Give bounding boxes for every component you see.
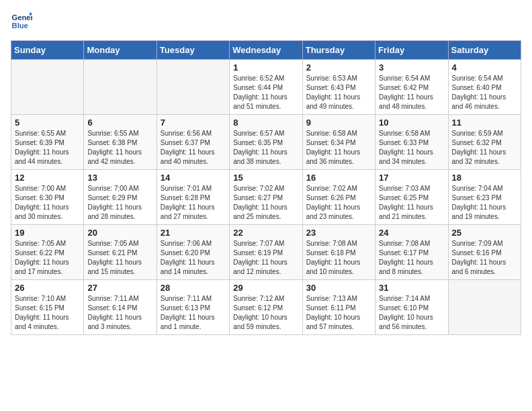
day-info: Sunrise: 7:07 AM Sunset: 6:19 PM Dayligh… (233, 239, 298, 277)
day-info: Sunrise: 6:55 AM Sunset: 6:38 PM Dayligh… (87, 129, 152, 167)
calendar-cell: 11 Sunrise: 6:59 AM Sunset: 6:32 PM Dayl… (448, 115, 521, 170)
calendar-cell: 19 Sunrise: 7:05 AM Sunset: 6:22 PM Dayl… (11, 225, 84, 280)
day-info: Sunrise: 6:56 AM Sunset: 6:37 PM Dayligh… (161, 129, 226, 167)
calendar-cell: 18 Sunrise: 7:04 AM Sunset: 6:23 PM Dayl… (448, 170, 521, 225)
day-info: Sunrise: 7:11 AM Sunset: 6:13 PM Dayligh… (161, 294, 226, 332)
col-header-tuesday: Tuesday (157, 41, 229, 60)
logo-icon: General Blue (11, 11, 32, 32)
day-number: 4 (452, 62, 517, 73)
week-row-5: 26 Sunrise: 7:10 AM Sunset: 6:15 PM Dayl… (11, 280, 521, 335)
calendar-cell (157, 60, 229, 115)
day-number: 22 (233, 228, 298, 238)
day-info: Sunrise: 7:02 AM Sunset: 6:27 PM Dayligh… (233, 184, 298, 222)
day-number: 13 (87, 173, 152, 183)
day-info: Sunrise: 7:06 AM Sunset: 6:20 PM Dayligh… (161, 239, 226, 277)
calendar-cell: 23 Sunrise: 7:08 AM Sunset: 6:18 PM Dayl… (302, 225, 375, 280)
day-number: 16 (306, 173, 371, 183)
day-info: Sunrise: 7:12 AM Sunset: 6:12 PM Dayligh… (233, 294, 298, 332)
day-info: Sunrise: 7:11 AM Sunset: 6:14 PM Dayligh… (87, 294, 152, 332)
calendar-cell: 6 Sunrise: 6:55 AM Sunset: 6:38 PM Dayli… (84, 115, 157, 170)
week-row-2: 5 Sunrise: 6:55 AM Sunset: 6:39 PM Dayli… (11, 115, 521, 170)
calendar-cell: 29 Sunrise: 7:12 AM Sunset: 6:12 PM Dayl… (230, 280, 302, 335)
calendar-table: SundayMondayTuesdayWednesdayThursdayFrid… (11, 40, 521, 335)
day-number: 5 (15, 118, 80, 128)
calendar-cell: 31 Sunrise: 7:14 AM Sunset: 6:10 PM Dayl… (375, 280, 448, 335)
day-number: 26 (15, 283, 80, 293)
calendar-cell: 30 Sunrise: 7:13 AM Sunset: 6:11 PM Dayl… (302, 280, 375, 335)
day-info: Sunrise: 7:13 AM Sunset: 6:11 PM Dayligh… (306, 294, 371, 332)
day-info: Sunrise: 7:02 AM Sunset: 6:26 PM Dayligh… (306, 184, 371, 222)
day-number: 29 (233, 283, 298, 293)
day-number: 30 (306, 283, 371, 293)
day-info: Sunrise: 7:08 AM Sunset: 6:18 PM Dayligh… (306, 239, 371, 277)
day-info: Sunrise: 7:00 AM Sunset: 6:30 PM Dayligh… (15, 184, 80, 222)
day-info: Sunrise: 7:01 AM Sunset: 6:28 PM Dayligh… (161, 184, 226, 222)
day-number: 19 (15, 228, 80, 238)
week-row-1: 1 Sunrise: 6:52 AM Sunset: 6:44 PM Dayli… (11, 60, 521, 115)
page-header: General Blue (11, 11, 521, 32)
calendar-cell: 14 Sunrise: 7:01 AM Sunset: 6:28 PM Dayl… (157, 170, 229, 225)
day-info: Sunrise: 6:54 AM Sunset: 6:42 PM Dayligh… (379, 74, 444, 111)
calendar-cell: 20 Sunrise: 7:05 AM Sunset: 6:21 PM Dayl… (84, 225, 157, 280)
calendar-cell: 24 Sunrise: 7:08 AM Sunset: 6:17 PM Dayl… (375, 225, 448, 280)
calendar-cell: 13 Sunrise: 7:00 AM Sunset: 6:29 PM Dayl… (84, 170, 157, 225)
calendar-cell: 15 Sunrise: 7:02 AM Sunset: 6:27 PM Dayl… (230, 170, 302, 225)
day-info: Sunrise: 6:53 AM Sunset: 6:43 PM Dayligh… (306, 74, 371, 111)
day-number: 14 (161, 173, 226, 183)
col-header-friday: Friday (375, 41, 448, 60)
calendar-cell: 22 Sunrise: 7:07 AM Sunset: 6:19 PM Dayl… (230, 225, 302, 280)
col-header-thursday: Thursday (302, 41, 375, 60)
day-info: Sunrise: 7:10 AM Sunset: 6:15 PM Dayligh… (15, 294, 80, 332)
day-number: 10 (379, 118, 444, 128)
svg-text:Blue: Blue (12, 21, 28, 30)
calendar-cell: 27 Sunrise: 7:11 AM Sunset: 6:14 PM Dayl… (84, 280, 157, 335)
col-header-sunday: Sunday (11, 41, 84, 60)
calendar-cell: 5 Sunrise: 6:55 AM Sunset: 6:39 PM Dayli… (11, 115, 84, 170)
col-header-saturday: Saturday (448, 41, 521, 60)
day-info: Sunrise: 6:58 AM Sunset: 6:33 PM Dayligh… (379, 129, 444, 167)
day-number: 2 (306, 62, 371, 73)
calendar-cell: 16 Sunrise: 7:02 AM Sunset: 6:26 PM Dayl… (302, 170, 375, 225)
calendar-cell: 4 Sunrise: 6:54 AM Sunset: 6:40 PM Dayli… (448, 60, 521, 115)
day-info: Sunrise: 6:57 AM Sunset: 6:35 PM Dayligh… (233, 129, 298, 167)
day-info: Sunrise: 7:05 AM Sunset: 6:22 PM Dayligh… (15, 239, 80, 277)
day-number: 9 (306, 118, 371, 128)
calendar-cell: 7 Sunrise: 6:56 AM Sunset: 6:37 PM Dayli… (157, 115, 229, 170)
day-number: 17 (379, 173, 444, 183)
logo: General Blue (11, 11, 32, 32)
day-info: Sunrise: 7:04 AM Sunset: 6:23 PM Dayligh… (452, 184, 517, 222)
calendar-cell: 12 Sunrise: 7:00 AM Sunset: 6:30 PM Dayl… (11, 170, 84, 225)
day-info: Sunrise: 6:55 AM Sunset: 6:39 PM Dayligh… (15, 129, 80, 167)
day-number: 3 (379, 62, 444, 73)
day-info: Sunrise: 6:59 AM Sunset: 6:32 PM Dayligh… (452, 129, 517, 167)
calendar-cell: 1 Sunrise: 6:52 AM Sunset: 6:44 PM Dayli… (230, 60, 302, 115)
calendar-cell: 8 Sunrise: 6:57 AM Sunset: 6:35 PM Dayli… (230, 115, 302, 170)
calendar-cell: 26 Sunrise: 7:10 AM Sunset: 6:15 PM Dayl… (11, 280, 84, 335)
calendar-cell: 10 Sunrise: 6:58 AM Sunset: 6:33 PM Dayl… (375, 115, 448, 170)
day-number: 11 (452, 118, 517, 128)
day-number: 23 (306, 228, 371, 238)
day-number: 25 (452, 228, 517, 238)
calendar-cell: 28 Sunrise: 7:11 AM Sunset: 6:13 PM Dayl… (157, 280, 229, 335)
calendar-cell: 9 Sunrise: 6:58 AM Sunset: 6:34 PM Dayli… (302, 115, 375, 170)
day-number: 24 (379, 228, 444, 238)
calendar-cell: 17 Sunrise: 7:03 AM Sunset: 6:25 PM Dayl… (375, 170, 448, 225)
day-info: Sunrise: 7:09 AM Sunset: 6:16 PM Dayligh… (452, 239, 517, 277)
week-row-3: 12 Sunrise: 7:00 AM Sunset: 6:30 PM Dayl… (11, 170, 521, 225)
day-info: Sunrise: 7:05 AM Sunset: 6:21 PM Dayligh… (87, 239, 152, 277)
day-info: Sunrise: 6:58 AM Sunset: 6:34 PM Dayligh… (306, 129, 371, 167)
calendar-cell (448, 280, 521, 335)
day-number: 20 (87, 228, 152, 238)
day-info: Sunrise: 7:14 AM Sunset: 6:10 PM Dayligh… (379, 294, 444, 332)
calendar-cell: 25 Sunrise: 7:09 AM Sunset: 6:16 PM Dayl… (448, 225, 521, 280)
day-info: Sunrise: 7:08 AM Sunset: 6:17 PM Dayligh… (379, 239, 444, 277)
calendar-cell (11, 60, 84, 115)
day-number: 31 (379, 283, 444, 293)
day-info: Sunrise: 6:54 AM Sunset: 6:40 PM Dayligh… (452, 74, 517, 111)
calendar-cell: 21 Sunrise: 7:06 AM Sunset: 6:20 PM Dayl… (157, 225, 229, 280)
day-number: 21 (161, 228, 226, 238)
calendar-cell: 3 Sunrise: 6:54 AM Sunset: 6:42 PM Dayli… (375, 60, 448, 115)
day-info: Sunrise: 7:00 AM Sunset: 6:29 PM Dayligh… (87, 184, 152, 222)
calendar-cell (84, 60, 157, 115)
day-number: 27 (87, 283, 152, 293)
